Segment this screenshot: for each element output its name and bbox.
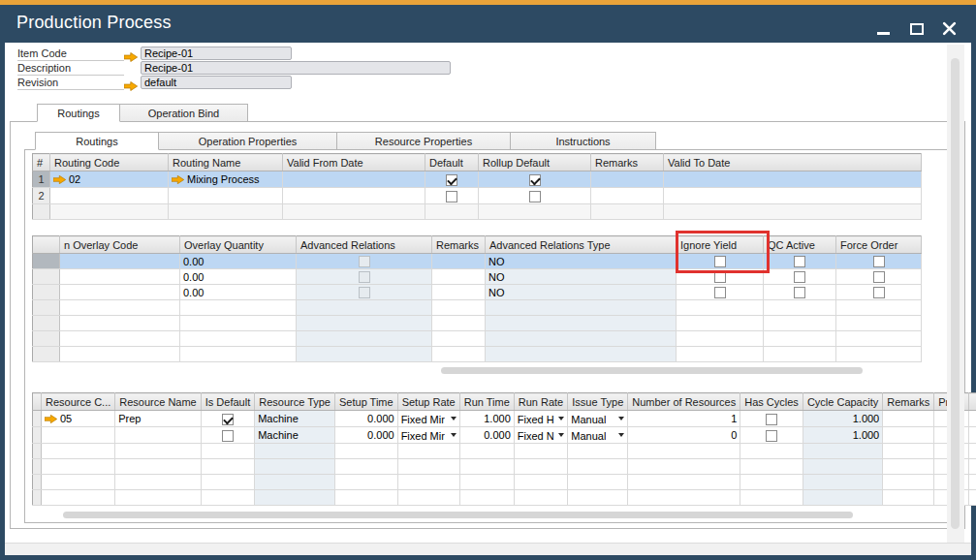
link-arrow-icon[interactable] [45,412,57,423]
cell-setup-time[interactable] [335,490,398,506]
item-code-input[interactable] [141,47,292,60]
cell-routing-name[interactable]: Mixing Process [169,171,283,188]
cell-is-default[interactable] [201,459,254,475]
cell-is-default[interactable] [201,427,254,444]
cell-resource-type[interactable] [255,459,335,475]
cell-blank[interactable] [33,475,42,490]
cell-blank[interactable] [33,204,50,220]
description-input[interactable] [141,61,451,75]
cell-valid-to-date[interactable] [664,171,922,188]
checkbox-ignore-yield[interactable] [714,287,726,298]
cell-ignore-yield[interactable] [677,347,764,362]
cell-ignore-yield[interactable] [677,331,764,347]
cell-ignore-yield[interactable] [677,269,764,285]
cell-overlay-quantity[interactable] [180,300,297,316]
hscrollbar-thumb[interactable] [441,367,863,374]
cell-n-overlay-code[interactable] [60,285,180,300]
inner-tab-routings[interactable]: Routings [35,132,159,150]
cell-blank[interactable] [33,331,60,347]
cell-advanced-relations[interactable] [297,300,432,316]
cell-number-of-resources[interactable] [628,475,740,490]
checkbox-qc-active[interactable] [794,287,805,298]
cell-valid-to-date[interactable] [664,204,922,220]
cell-has-cycles[interactable] [740,427,803,444]
cell-routing-name[interactable] [169,204,283,220]
link-arrow-icon[interactable] [172,172,184,184]
cell-blank[interactable] [968,490,976,506]
cell-blank[interactable] [968,459,976,475]
checkbox-qc-active[interactable] [794,271,805,283]
cell-overlay-quantity[interactable]: 0.00 [180,269,297,285]
cell-resource-type[interactable]: Machine [255,411,335,427]
dropdown-arrow-icon[interactable] [618,433,624,437]
cell-setup-time[interactable]: 0.000 [335,427,398,444]
checkbox-default[interactable] [446,174,457,186]
cell-qc-active[interactable] [764,316,836,331]
cell-force-order[interactable] [836,316,922,331]
cell-remarks[interactable] [432,254,486,269]
cell-blank[interactable]: 2 [33,188,50,204]
cell-issue-type[interactable] [568,490,628,506]
cell-issue-type[interactable]: Manual [568,411,628,427]
cell-remarks[interactable] [883,427,934,444]
cell-rollup-default[interactable] [479,171,591,188]
cell-advanced-relations-type[interactable] [486,316,677,331]
cell-default[interactable] [425,204,479,220]
hscrollbar-thumb[interactable] [63,512,853,518]
cell-default[interactable] [425,188,479,204]
cell-advanced-relations[interactable] [297,285,432,300]
cell-advanced-relations[interactable] [297,269,432,285]
cell-resource-name[interactable] [115,490,201,506]
cell-routing-code[interactable] [50,188,169,204]
cell-overlay-quantity[interactable]: 0.00 [180,285,297,300]
cell-valid-from-date[interactable] [283,188,425,204]
cell-has-cycles[interactable] [740,459,803,475]
cell-blank[interactable] [968,427,976,444]
cell-remarks[interactable] [591,188,664,204]
cell-routing-code[interactable]: 02 [50,171,169,188]
cell-blank[interactable] [33,316,60,331]
cell-resource-c[interactable] [42,475,115,490]
cell-run-rate[interactable]: Fixed N [514,427,567,444]
revision-input[interactable] [141,76,292,89]
cell-setup-time[interactable] [335,475,398,490]
cell-resource-type[interactable] [255,444,335,459]
cell-ignore-yield[interactable] [677,300,764,316]
cell-qc-active[interactable] [764,254,836,269]
cell-cycle-capacity[interactable]: 1.000 [803,411,882,427]
cell-force-order[interactable] [836,254,922,269]
dropdown-arrow-icon[interactable] [618,417,624,420]
cell-run-time[interactable] [459,459,514,475]
checkbox-ignore-yield[interactable] [714,256,726,267]
cell-is-default[interactable] [201,444,254,459]
cell-advanced-relations[interactable] [297,347,432,362]
cell-run-rate[interactable] [514,444,567,459]
cell-run-rate[interactable] [514,475,567,490]
cell-resource-name[interactable] [115,475,201,490]
cell-advanced-relations-type[interactable]: NO [486,254,677,269]
checkbox-default[interactable] [446,191,457,202]
cell-number-of-resources[interactable] [628,490,740,506]
cell-blank[interactable] [33,285,60,300]
cell-resource-name[interactable] [115,427,201,444]
cell-blank[interactable] [33,347,60,362]
cell-has-cycles[interactable] [740,411,803,427]
cell-remarks[interactable] [883,411,934,427]
cell-advanced-relations[interactable] [297,254,432,269]
cell-cycle-capacity[interactable] [803,475,882,490]
cell-is-default[interactable] [201,490,254,506]
dropdown-arrow-icon[interactable] [558,417,564,420]
cell-has-cycles[interactable] [740,475,803,490]
cell-n-overlay-code[interactable] [60,254,180,269]
cell-resource-type[interactable]: Machine [255,427,335,444]
cell-blank[interactable] [968,444,976,459]
cell-remarks[interactable] [432,316,486,331]
checkbox-is-default[interactable] [222,430,234,442]
checkbox-ignore-yield[interactable] [714,271,726,283]
cell-resource-c[interactable] [42,427,115,444]
cell-overlay-quantity[interactable] [180,347,297,362]
checkbox-force-order[interactable] [873,287,885,298]
vscrollbar-thumb[interactable] [951,58,960,529]
cell-force-order[interactable] [836,331,922,347]
link-arrow-icon[interactable] [53,172,66,184]
